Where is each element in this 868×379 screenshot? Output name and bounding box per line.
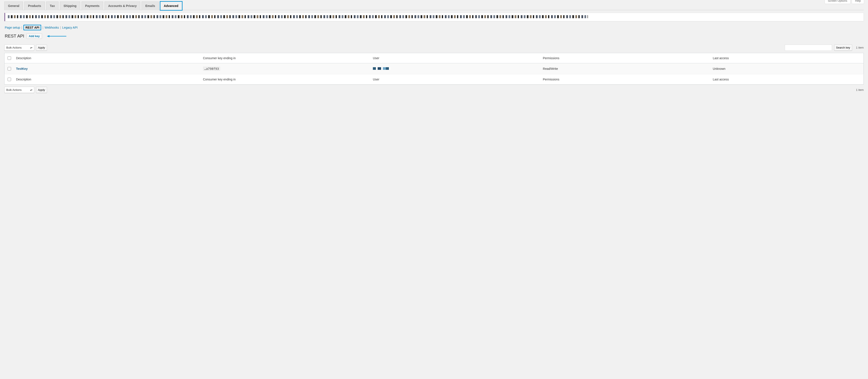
subtab-page-setup[interactable]: Page setup <box>5 26 20 29</box>
row-description-link[interactable]: TestKey <box>16 67 28 70</box>
select-all-checkbox-top[interactable] <box>8 56 11 60</box>
tablenav-bottom: Bulk Actions ▴▾ Apply 1 item <box>4 87 864 93</box>
admin-notice <box>4 13 864 21</box>
api-keys-table: Description Consumer key ending in User … <box>4 53 864 85</box>
subtab-legacy-api[interactable]: Legacy API <box>62 26 78 29</box>
row-user-blurred <box>373 67 390 70</box>
screen-options-button[interactable]: Screen Options <box>825 0 851 4</box>
search-input[interactable] <box>785 44 832 51</box>
tab-accounts-privacy[interactable]: Accounts & Privacy <box>104 2 141 10</box>
caret-icon: ▴▾ <box>30 89 32 91</box>
tablenav-top: Bulk Actions ▴▾ Apply Search key 1 item <box>4 44 864 51</box>
separator: | <box>21 26 24 29</box>
add-key-arrow-hint <box>47 34 66 38</box>
notice-blurred-text <box>8 15 588 18</box>
subsections: Page setup | REST API | Webhooks | Legac… <box>5 25 864 30</box>
subtab-webhooks[interactable]: Webhooks <box>45 26 59 29</box>
separator: | <box>60 26 62 29</box>
bulk-actions-label: Bulk Actions <box>6 46 22 49</box>
page-header: REST API Add key <box>5 33 864 39</box>
caret-icon: ▴▾ <box>30 46 32 49</box>
page-title: REST API <box>5 34 24 39</box>
tab-advanced[interactable]: Advanced <box>160 2 182 10</box>
item-count-bottom: 1 item <box>856 88 864 92</box>
bulk-actions-label-bottom: Bulk Actions <box>6 88 22 92</box>
tab-tax[interactable]: Tax <box>46 2 59 10</box>
tab-products[interactable]: Products <box>24 2 45 10</box>
column-permissions-footer[interactable]: Permissions <box>541 74 711 85</box>
item-count-top: 1 item <box>856 46 864 49</box>
row-last-access: Unknown <box>711 63 864 74</box>
bulk-actions-top: Bulk Actions ▴▾ Apply <box>4 44 47 51</box>
tab-general[interactable]: General <box>4 2 23 10</box>
tab-payments[interactable]: Payments <box>82 2 103 10</box>
column-permissions[interactable]: Permissions <box>541 53 711 63</box>
select-all-checkbox-bottom[interactable] <box>8 77 11 81</box>
screen-options-group: Screen Options Help <box>825 0 864 4</box>
apply-button-bottom[interactable]: Apply <box>36 87 47 93</box>
help-button[interactable]: Help <box>852 0 864 4</box>
column-description[interactable]: Description <box>14 53 201 63</box>
bulk-actions-select-bottom[interactable]: Bulk Actions ▴▾ <box>4 87 34 93</box>
row-consumer-key: …a798f93 <box>203 67 220 71</box>
column-last-access[interactable]: Last access <box>711 53 864 63</box>
column-user[interactable]: User <box>371 53 541 63</box>
separator: | <box>42 26 45 29</box>
tab-shipping[interactable]: Shipping <box>60 2 80 10</box>
tab-emails[interactable]: Emails <box>142 2 159 10</box>
settings-tabs: General Products Tax Shipping Payments A… <box>4 0 864 10</box>
column-consumer-key-footer[interactable]: Consumer key ending in <box>201 74 371 85</box>
apply-button-top[interactable]: Apply <box>36 44 47 51</box>
bulk-actions-select[interactable]: Bulk Actions ▴▾ <box>4 44 34 51</box>
table-row: TestKey …a798f93 Read/Write Unknown <box>5 63 864 74</box>
row-permissions: Read/Write <box>541 63 711 74</box>
column-user-footer[interactable]: User <box>371 74 541 85</box>
column-consumer-key[interactable]: Consumer key ending in <box>201 53 371 63</box>
add-key-button[interactable]: Add key <box>26 33 42 39</box>
svg-marker-1 <box>47 35 50 37</box>
row-checkbox[interactable] <box>8 67 11 70</box>
subtab-rest-api[interactable]: REST API <box>23 25 41 30</box>
bulk-actions-bottom: Bulk Actions ▴▾ Apply <box>4 87 47 93</box>
search-key-button[interactable]: Search key <box>834 44 852 51</box>
column-last-access-footer[interactable]: Last access <box>711 74 864 85</box>
column-description-footer[interactable]: Description <box>14 74 201 85</box>
